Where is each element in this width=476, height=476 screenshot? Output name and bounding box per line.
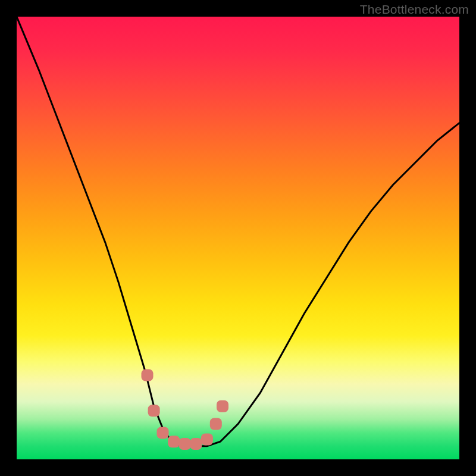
watermark-text: TheBottleneck.com bbox=[360, 2, 469, 17]
curve-path bbox=[17, 17, 459, 446]
plot-area bbox=[17, 17, 459, 459]
chart-frame: TheBottleneck.com bbox=[0, 0, 476, 476]
highlight-marker bbox=[201, 434, 213, 446]
highlight-marker bbox=[142, 369, 154, 381]
highlight-marker bbox=[217, 400, 228, 412]
highlight-marker bbox=[168, 436, 180, 447]
highlight-marker bbox=[179, 438, 191, 450]
highlight-marker bbox=[148, 405, 160, 416]
highlight-marker bbox=[190, 438, 202, 450]
highlight-marker bbox=[210, 418, 222, 430]
bottleneck-curve bbox=[17, 17, 459, 459]
highlight-marker bbox=[157, 427, 169, 439]
